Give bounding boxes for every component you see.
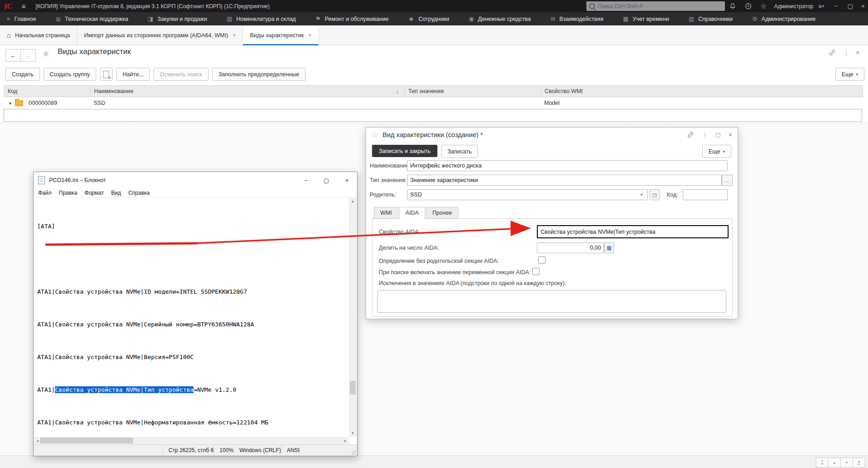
- resize-grip[interactable]: [352, 450, 356, 455]
- scroll-down-icon[interactable]: ▾: [349, 429, 357, 437]
- column-header-name[interactable]: Наименование ↓: [90, 86, 405, 97]
- dialog-kebab-icon[interactable]: ⋮: [702, 132, 708, 138]
- value-type-field[interactable]: [407, 175, 722, 186]
- scroll-right-icon[interactable]: ▸: [342, 437, 349, 444]
- notepad-menu-item[interactable]: Вид: [108, 190, 125, 196]
- notepad-menu-item[interactable]: Справка: [124, 190, 153, 196]
- dialog-favorite-star-icon[interactable]: ☆: [372, 131, 378, 139]
- find-button[interactable]: Найти...: [116, 68, 150, 81]
- parent-field[interactable]: [407, 189, 648, 200]
- create-button[interactable]: Создать: [5, 68, 40, 81]
- previous-row-button[interactable]: ▴: [828, 458, 841, 468]
- aida-property-field[interactable]: [537, 225, 729, 238]
- get-link-icon[interactable]: [828, 49, 836, 56]
- app-tab[interactable]: Виды характеристик ×: [243, 25, 319, 45]
- aida-exclusions-textarea[interactable]: [377, 290, 726, 313]
- menu-section-item[interactable]: ⚑ Ремонт и обслуживание: [315, 15, 388, 22]
- vertical-scroll-thumb[interactable]: [350, 381, 356, 394]
- close-tab-icon[interactable]: ×: [233, 32, 236, 39]
- parent-open-button[interactable]: ◳: [650, 189, 660, 200]
- menu-section-item[interactable]: ☻ Сотрудники: [408, 15, 449, 22]
- page-more-kebab-icon[interactable]: ⋮: [843, 49, 849, 56]
- main-menu-icon[interactable]: ≡: [22, 2, 26, 10]
- table-row[interactable]: ▾ 000000089 SSD Model: [4, 97, 863, 109]
- service-menu-icon[interactable]: ≡▾: [817, 0, 826, 12]
- save-and-close-button[interactable]: Записать и закрыть: [372, 145, 437, 157]
- calendar-icon: ▦: [623, 15, 628, 22]
- dialog-tab[interactable]: Прочее: [426, 207, 458, 219]
- notepad-horizontal-scrollbar[interactable]: ◂ ▸: [34, 437, 349, 444]
- page-close-icon[interactable]: ×: [856, 49, 859, 56]
- close-icon[interactable]: ×: [858, 0, 868, 12]
- new-row-placeholder[interactable]: [4, 109, 862, 122]
- list-more-button[interactable]: Еще▾: [835, 68, 864, 81]
- cancel-search-button[interactable]: Отменить поиск: [154, 68, 208, 81]
- menu-section-item[interactable]: ▥ Справочники: [689, 15, 733, 22]
- mail-icon: ✉: [551, 15, 556, 22]
- page-favorite-star-icon[interactable]: ★: [42, 48, 50, 59]
- bottom-statusbar: ▴ ▴ ▾ ▾: [0, 455, 868, 468]
- column-header-value-type[interactable]: Тип значения: [405, 86, 541, 97]
- dialog-maximize-icon[interactable]: ▢: [715, 132, 720, 138]
- row-expander-icon[interactable]: ▾: [9, 101, 11, 106]
- menu-section-item[interactable]: ⚙ Администрирование: [752, 15, 816, 22]
- app-tab-label: Виды характеристик: [250, 32, 304, 39]
- copy-item-button[interactable]: [100, 68, 113, 81]
- notepad-text-area[interactable]: [ATA] ATA1|Свойства устройства NVMe|ID м…: [34, 197, 349, 437]
- scroll-up-icon[interactable]: ▴: [349, 197, 357, 205]
- fill-predefined-button[interactable]: Заполнить предопределенные: [212, 68, 306, 81]
- menu-section-item[interactable]: ≡ Главное: [7, 15, 36, 22]
- notepad-vertical-scrollbar[interactable]: ▴ ▾: [349, 197, 357, 437]
- notepad-menu-item[interactable]: Формат: [81, 190, 108, 196]
- create-group-button[interactable]: Создать группу: [44, 68, 96, 81]
- last-row-button[interactable]: ▾: [853, 458, 865, 468]
- forward-button[interactable]: →: [21, 49, 36, 62]
- value-type-field-label: Тип значения:: [370, 177, 407, 183]
- menu-section-item[interactable]: ◍ Техническая поддержка: [55, 15, 128, 22]
- menu-section-item[interactable]: ◨ Закупки и продажи: [148, 15, 207, 22]
- app-tab[interactable]: ⌂ Начальная страница: [0, 25, 77, 45]
- dialog-tab[interactable]: WMI: [374, 207, 398, 219]
- first-row-button[interactable]: ▴: [816, 458, 828, 468]
- dialog-more-button[interactable]: Еще▾: [702, 145, 731, 158]
- search-input[interactable]: [595, 3, 725, 10]
- code-field[interactable]: [683, 189, 728, 200]
- favorites-star-icon[interactable]: ☆: [759, 0, 768, 12]
- notepad-close-icon[interactable]: ×: [337, 172, 357, 188]
- dialog-tab[interactable]: AIDA: [399, 207, 425, 219]
- menu-section-item[interactable]: ✉ Взаимодействия: [551, 15, 604, 22]
- calculator-button[interactable]: ▦: [604, 242, 614, 253]
- menu-section-item[interactable]: ◉ Денежные средства: [469, 15, 531, 22]
- aida-no-parent-section-checkbox[interactable]: [538, 256, 546, 264]
- next-row-button[interactable]: ▾: [840, 458, 853, 468]
- notepad-menu-item[interactable]: Файл: [35, 190, 55, 196]
- notepad-minimize-icon[interactable]: −: [296, 172, 316, 188]
- column-header-code[interactable]: Код: [4, 86, 90, 97]
- current-user[interactable]: Администратор: [772, 0, 815, 12]
- history-clock-icon[interactable]: [744, 0, 753, 12]
- dialog-close-icon[interactable]: ×: [729, 131, 732, 138]
- menu-section-item[interactable]: ▦ Учет времени: [623, 15, 669, 22]
- global-search[interactable]: [586, 1, 725, 11]
- notepad-titlebar[interactable]: PCO146.ini – Блокнот − ▢ ×: [34, 172, 357, 188]
- horizontal-scroll-thumb[interactable]: [40, 438, 133, 443]
- close-tab-icon[interactable]: ×: [308, 32, 312, 39]
- name-field[interactable]: [407, 160, 728, 171]
- notifications-bell-icon[interactable]: [728, 0, 737, 12]
- back-button[interactable]: ←: [5, 49, 21, 62]
- value-type-choose-button[interactable]: ...: [722, 175, 733, 186]
- dialog-link-icon[interactable]: [687, 131, 694, 138]
- parent-dropdown-icon[interactable]: ▾: [640, 192, 643, 197]
- dialog-titlebar[interactable]: ☆ Вид характеристики (создание) * ⋮ ▢ ×: [366, 128, 738, 142]
- maximize-icon[interactable]: ▢: [845, 0, 856, 12]
- aida-divide-field[interactable]: [537, 242, 604, 253]
- notepad-maximize-icon[interactable]: ▢: [316, 172, 337, 188]
- column-header-wmi[interactable]: Свойство WMI: [541, 86, 863, 97]
- save-button[interactable]: Записать: [441, 145, 478, 158]
- app-tab[interactable]: Импорт данных из сторонних программ (AID…: [77, 25, 243, 45]
- notepad-menu-item[interactable]: Правка: [55, 190, 81, 196]
- status-cell: ANSI: [281, 445, 299, 456]
- menu-section-item[interactable]: ▤ Номенклатура и склад: [227, 15, 296, 22]
- aida-include-variable-checkbox[interactable]: [532, 268, 540, 275]
- minimize-icon[interactable]: −: [830, 0, 841, 12]
